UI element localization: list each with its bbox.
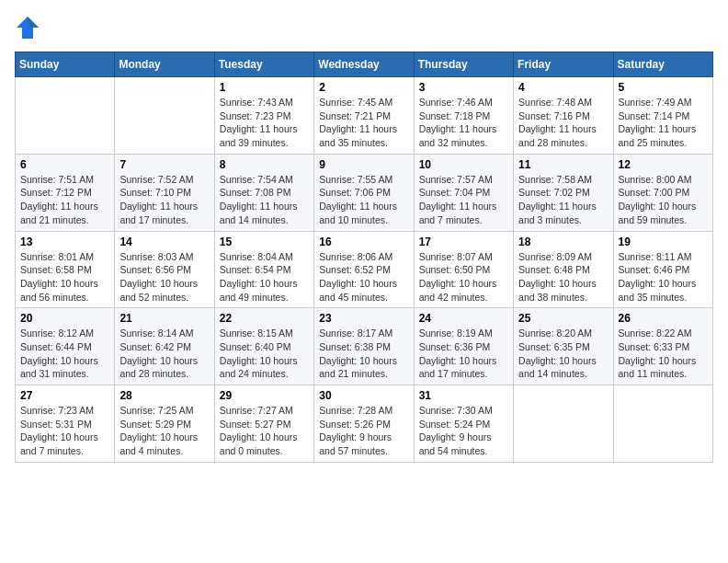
day-number: 25 [518,312,608,325]
calendar-cell: 10Sunrise: 7:57 AM Sunset: 7:04 PM Dayli… [414,154,513,231]
day-info: Sunrise: 8:19 AM Sunset: 6:36 PM Dayligh… [419,327,508,381]
day-number: 28 [119,389,209,402]
day-number: 29 [220,389,309,402]
day-info: Sunrise: 7:52 AM Sunset: 7:10 PM Dayligh… [119,173,209,227]
calendar-cell: 11Sunrise: 7:58 AM Sunset: 7:02 PM Dayli… [514,154,613,231]
calendar-cell: 25Sunrise: 8:20 AM Sunset: 6:35 PM Dayli… [514,308,613,385]
day-info: Sunrise: 7:28 AM Sunset: 5:26 PM Dayligh… [319,404,408,458]
day-number: 15 [220,236,309,248]
calendar-cell [115,77,214,155]
calendar-cell: 14Sunrise: 8:03 AM Sunset: 6:56 PM Dayli… [115,231,214,308]
calendar-cell: 12Sunrise: 8:00 AM Sunset: 7:00 PM Dayli… [613,154,712,231]
calendar-cell: 22Sunrise: 8:15 AM Sunset: 6:40 PM Dayli… [214,308,313,385]
day-number: 24 [419,312,508,325]
calendar-cell: 9Sunrise: 7:55 AM Sunset: 7:06 PM Daylig… [314,154,414,231]
day-info: Sunrise: 7:27 AM Sunset: 5:27 PM Dayligh… [220,404,309,458]
day-number: 8 [220,158,309,171]
day-number: 30 [319,389,408,402]
calendar-cell: 13Sunrise: 8:01 AM Sunset: 6:58 PM Dayli… [16,231,115,308]
calendar-header-saturday: Saturday [613,52,712,77]
calendar-cell: 21Sunrise: 8:14 AM Sunset: 6:42 PM Dayli… [115,308,214,385]
day-number: 1 [220,81,309,94]
day-number: 12 [619,158,708,171]
day-info: Sunrise: 7:25 AM Sunset: 5:29 PM Dayligh… [119,404,209,458]
day-info: Sunrise: 7:23 AM Sunset: 5:31 PM Dayligh… [20,404,109,458]
calendar-week-row: 27Sunrise: 7:23 AM Sunset: 5:31 PM Dayli… [16,385,713,463]
calendar-cell: 26Sunrise: 8:22 AM Sunset: 6:33 PM Dayli… [613,308,712,385]
day-info: Sunrise: 7:57 AM Sunset: 7:04 PM Dayligh… [419,173,508,227]
day-number: 31 [419,389,508,402]
calendar-cell: 30Sunrise: 7:28 AM Sunset: 5:26 PM Dayli… [314,385,414,463]
calendar-cell: 7Sunrise: 7:52 AM Sunset: 7:10 PM Daylig… [115,154,214,231]
day-number: 19 [619,236,708,248]
day-number: 27 [20,389,109,402]
day-info: Sunrise: 7:46 AM Sunset: 7:18 PM Dayligh… [419,96,508,150]
calendar-week-row: 13Sunrise: 8:01 AM Sunset: 6:58 PM Dayli… [16,231,713,308]
calendar-cell: 16Sunrise: 8:06 AM Sunset: 6:52 PM Dayli… [314,231,414,308]
calendar-header-wednesday: Wednesday [314,52,414,77]
day-number: 26 [619,312,708,325]
day-info: Sunrise: 8:09 AM Sunset: 6:48 PM Dayligh… [518,250,608,304]
calendar-cell [613,385,712,463]
calendar-cell: 29Sunrise: 7:27 AM Sunset: 5:27 PM Dayli… [214,385,313,463]
day-number: 22 [220,312,309,325]
day-number: 2 [319,81,408,94]
page-header [15,15,713,40]
calendar-cell: 1Sunrise: 7:43 AM Sunset: 7:23 PM Daylig… [214,77,313,155]
calendar-cell [16,77,115,155]
svg-marker-1 [28,17,39,28]
calendar-cell [514,385,613,463]
day-info: Sunrise: 8:01 AM Sunset: 6:58 PM Dayligh… [20,250,109,304]
calendar-week-row: 1Sunrise: 7:43 AM Sunset: 7:23 PM Daylig… [16,77,713,155]
calendar-table: SundayMondayTuesdayWednesdayThursdayFrid… [15,52,713,463]
calendar-cell: 19Sunrise: 8:11 AM Sunset: 6:46 PM Dayli… [613,231,712,308]
calendar-header-sunday: Sunday [16,52,115,77]
calendar-header-friday: Friday [514,52,613,77]
day-number: 7 [119,158,209,171]
calendar-cell: 5Sunrise: 7:49 AM Sunset: 7:14 PM Daylig… [613,77,712,155]
calendar-header-tuesday: Tuesday [214,52,313,77]
day-info: Sunrise: 7:54 AM Sunset: 7:08 PM Dayligh… [220,173,309,227]
day-info: Sunrise: 8:20 AM Sunset: 6:35 PM Dayligh… [518,327,608,381]
day-info: Sunrise: 8:07 AM Sunset: 6:50 PM Dayligh… [419,250,508,304]
calendar-cell: 8Sunrise: 7:54 AM Sunset: 7:08 PM Daylig… [214,154,313,231]
calendar-cell: 28Sunrise: 7:25 AM Sunset: 5:29 PM Dayli… [115,385,214,463]
day-info: Sunrise: 8:14 AM Sunset: 6:42 PM Dayligh… [119,327,209,381]
day-info: Sunrise: 7:30 AM Sunset: 5:24 PM Dayligh… [419,404,508,458]
day-number: 21 [119,312,209,325]
day-info: Sunrise: 7:51 AM Sunset: 7:12 PM Dayligh… [20,173,109,227]
calendar-header-row: SundayMondayTuesdayWednesdayThursdayFrid… [16,52,713,77]
day-number: 10 [419,158,508,171]
logo-icon [15,15,40,40]
calendar-cell: 3Sunrise: 7:46 AM Sunset: 7:18 PM Daylig… [414,77,513,155]
day-number: 11 [518,158,608,171]
day-info: Sunrise: 8:22 AM Sunset: 6:33 PM Dayligh… [619,327,708,381]
calendar-cell: 4Sunrise: 7:48 AM Sunset: 7:16 PM Daylig… [514,77,613,155]
day-number: 23 [319,312,408,325]
day-info: Sunrise: 8:06 AM Sunset: 6:52 PM Dayligh… [319,250,408,304]
day-number: 3 [419,81,508,94]
day-number: 16 [319,236,408,248]
day-info: Sunrise: 8:00 AM Sunset: 7:00 PM Dayligh… [619,173,708,227]
day-info: Sunrise: 8:12 AM Sunset: 6:44 PM Dayligh… [20,327,109,381]
day-info: Sunrise: 7:58 AM Sunset: 7:02 PM Dayligh… [518,173,608,227]
calendar-cell: 31Sunrise: 7:30 AM Sunset: 5:24 PM Dayli… [414,385,513,463]
calendar-cell: 27Sunrise: 7:23 AM Sunset: 5:31 PM Dayli… [16,385,115,463]
day-number: 9 [319,158,408,171]
day-number: 20 [20,312,109,325]
day-info: Sunrise: 8:04 AM Sunset: 6:54 PM Dayligh… [220,250,309,304]
day-number: 18 [518,236,608,248]
day-info: Sunrise: 8:15 AM Sunset: 6:40 PM Dayligh… [220,327,309,381]
calendar-week-row: 6Sunrise: 7:51 AM Sunset: 7:12 PM Daylig… [16,154,713,231]
calendar-cell: 15Sunrise: 8:04 AM Sunset: 6:54 PM Dayli… [214,231,313,308]
calendar-cell: 23Sunrise: 8:17 AM Sunset: 6:38 PM Dayli… [314,308,414,385]
logo [15,15,44,40]
calendar-header-thursday: Thursday [414,52,513,77]
day-info: Sunrise: 8:17 AM Sunset: 6:38 PM Dayligh… [319,327,408,381]
calendar-cell: 20Sunrise: 8:12 AM Sunset: 6:44 PM Dayli… [16,308,115,385]
day-info: Sunrise: 7:45 AM Sunset: 7:21 PM Dayligh… [319,96,408,150]
day-number: 5 [619,81,708,94]
day-info: Sunrise: 7:55 AM Sunset: 7:06 PM Dayligh… [319,173,408,227]
day-number: 6 [20,158,109,171]
day-number: 13 [20,236,109,248]
